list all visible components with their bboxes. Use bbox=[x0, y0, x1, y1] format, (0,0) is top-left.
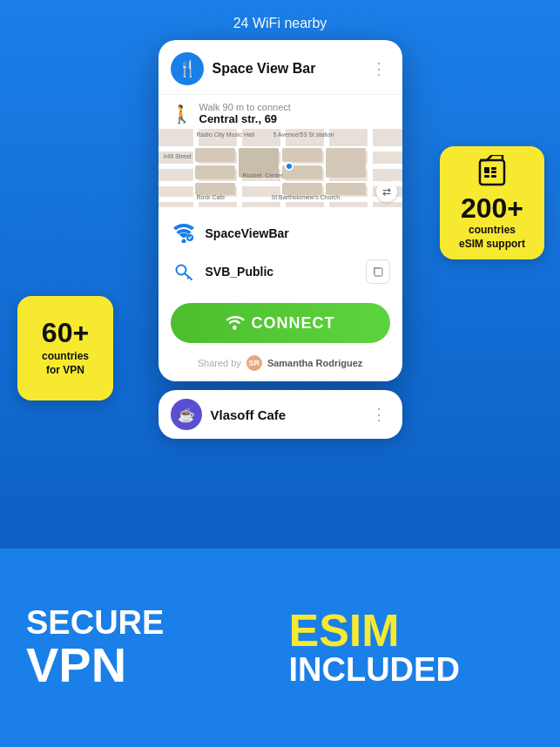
walk-text: Walk 90 m to connect Central str., 69 bbox=[199, 102, 291, 125]
copy-button[interactable] bbox=[366, 259, 390, 284]
map-label: 5 Avenue/53 St station bbox=[273, 131, 334, 138]
badge-subtitle-right: countrieseSIM support bbox=[459, 224, 525, 251]
map-label: Rockef. Center bbox=[243, 172, 284, 178]
badge-vpn-countries: 60+ countriesfor VPN bbox=[17, 296, 113, 400]
venue-name: Space View Bar bbox=[213, 61, 368, 77]
shared-by-name: Samantha Rodriguez bbox=[267, 358, 362, 368]
map-block bbox=[195, 148, 235, 162]
walk-icon: 🚶 bbox=[171, 104, 192, 124]
sim-card-icon bbox=[478, 155, 506, 192]
wifi-secure-icon bbox=[171, 220, 197, 246]
map-container[interactable]: Radio City Music Hall 5 Avenue/53 St sta… bbox=[159, 129, 402, 207]
network-item-public: SVB_Public bbox=[159, 252, 402, 291]
main-venue-card: 🍴 Space View Bar ⋮ 🚶 Walk 90 m to connec… bbox=[159, 40, 402, 381]
venue-header: 🍴 Space View Bar ⋮ bbox=[159, 40, 402, 95]
walk-label: Walk 90 m to connect bbox=[199, 102, 291, 112]
shared-by: Shared by SR Samantha Rodriguez bbox=[159, 353, 402, 381]
map-block bbox=[282, 148, 322, 162]
map-block bbox=[326, 183, 366, 195]
network-name-public: SVB_Public bbox=[206, 265, 366, 279]
venue-icon-2: ☕ bbox=[171, 399, 202, 430]
venue-more-button[interactable]: ⋮ bbox=[368, 59, 390, 78]
svg-rect-9 bbox=[491, 171, 496, 173]
top-section: 24 WiFi nearby 🍴 Space View Bar ⋮ 🚶 Walk… bbox=[0, 0, 560, 548]
venue-more-button-2[interactable]: ⋮ bbox=[368, 405, 390, 424]
map-road bbox=[368, 129, 373, 207]
svg-point-0 bbox=[181, 239, 186, 244]
network-list: SpaceViewBar SVB_Public bbox=[159, 207, 402, 298]
wifi-nearby-text: 24 WiFi nearby bbox=[233, 16, 327, 31]
second-venue-card[interactable]: ☕ Vlasoff Cafe ⋮ bbox=[159, 390, 402, 439]
map-pin bbox=[285, 162, 293, 171]
bottom-left: SECURE VPN bbox=[26, 606, 272, 690]
map-block bbox=[195, 165, 235, 179]
bottom-right: eSIM INCLUDED bbox=[289, 608, 535, 688]
badge-subtitle-left: countriesfor VPN bbox=[42, 350, 89, 377]
map-block bbox=[282, 183, 322, 195]
map-block bbox=[326, 148, 366, 178]
svg-rect-10 bbox=[484, 175, 489, 178]
key-icon bbox=[171, 259, 197, 285]
walk-info: 🚶 Walk 90 m to connect Central str., 69 bbox=[159, 95, 402, 129]
venue-name-2: Vlasoff Cafe bbox=[211, 407, 368, 422]
esim-text: eSIM bbox=[289, 608, 400, 653]
svg-rect-3 bbox=[374, 268, 382, 276]
venue-icon: 🍴 bbox=[171, 52, 204, 85]
map-label: St Bartholomew's Church bbox=[272, 194, 341, 200]
secure-text: SECURE bbox=[26, 606, 164, 641]
svg-rect-7 bbox=[484, 167, 489, 173]
shared-by-label: Shared by bbox=[198, 358, 241, 368]
map-label: #49 Street bbox=[164, 153, 192, 159]
network-item-secured: SpaceViewBar bbox=[159, 214, 402, 252]
map-label: Rock Cafe bbox=[197, 194, 226, 200]
badge-number-left: 60+ bbox=[42, 319, 89, 347]
connect-label: CONNECT bbox=[252, 314, 335, 333]
avatar: SR bbox=[246, 355, 262, 371]
bottom-section: SECURE VPN eSIM INCLUDED bbox=[0, 548, 560, 747]
map-grid: Radio City Music Hall 5 Avenue/53 St sta… bbox=[159, 129, 402, 207]
map-block bbox=[195, 183, 235, 195]
walk-address: Central str., 69 bbox=[199, 112, 291, 125]
svg-rect-8 bbox=[491, 167, 496, 170]
network-name-secured: SpaceViewBar bbox=[206, 226, 390, 240]
badge-esim-countries: 200+ countrieseSIM support bbox=[440, 146, 544, 259]
connect-button[interactable]: CONNECT bbox=[171, 303, 390, 343]
vpn-text: VPN bbox=[26, 641, 126, 690]
included-text: INCLUDED bbox=[289, 653, 460, 688]
map-label: Radio City Music Hall bbox=[197, 131, 255, 138]
map-compass[interactable]: ⇄ bbox=[376, 181, 397, 202]
badge-number-right: 200+ bbox=[461, 194, 523, 222]
connect-wifi-icon bbox=[226, 315, 245, 331]
svg-rect-11 bbox=[491, 175, 496, 178]
